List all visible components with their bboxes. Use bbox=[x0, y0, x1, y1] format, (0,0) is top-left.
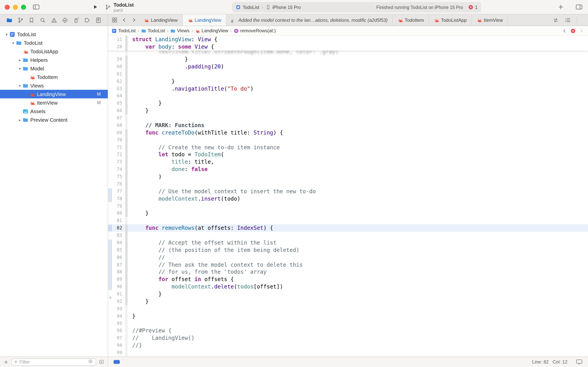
line-number[interactable]: 97 bbox=[108, 334, 122, 342]
line-number[interactable]: 72 bbox=[108, 151, 122, 158]
line-number[interactable]: 65 bbox=[108, 100, 122, 107]
tests-tab[interactable] bbox=[59, 14, 71, 26]
line-number[interactable]: 94 bbox=[108, 312, 122, 320]
breakpoints-tab[interactable] bbox=[82, 14, 93, 26]
sidebar-item-todoitem[interactable]: TodoItem bbox=[0, 73, 108, 81]
code-text[interactable]: // (the position of the item being delet… bbox=[132, 246, 299, 254]
display-icon[interactable] bbox=[576, 359, 583, 365]
line-number[interactable]: 60 bbox=[108, 63, 122, 70]
minimize-window-button[interactable] bbox=[13, 5, 18, 10]
code-text[interactable]: modelContext.insert(todo) bbox=[132, 195, 240, 202]
breadcrumb-item-todolist[interactable]: TodoList bbox=[112, 28, 135, 33]
line-number[interactable]: 88 bbox=[108, 268, 122, 276]
code-text[interactable]: //#Preview { bbox=[132, 327, 171, 334]
code-text[interactable]: // MARK: Functions bbox=[132, 122, 204, 129]
add-file-button[interactable] bbox=[3, 359, 8, 365]
line-number[interactable]: 80 bbox=[108, 210, 122, 217]
line-number[interactable]: 84 bbox=[108, 239, 122, 246]
line-number[interactable]: 64 bbox=[108, 92, 122, 100]
code-text[interactable]: title: title, bbox=[132, 158, 214, 166]
sidebar-item-model[interactable]: ▾Model bbox=[0, 64, 108, 73]
line-number[interactable]: 62 bbox=[108, 78, 122, 85]
code-text[interactable]: ) bbox=[132, 173, 162, 180]
code-text[interactable]: // bbox=[132, 254, 165, 261]
disclosure-open-icon[interactable]: ▾ bbox=[10, 41, 16, 45]
line-number[interactable]: 76 bbox=[108, 180, 122, 188]
breadcrumb-item-views[interactable]: Views bbox=[170, 28, 190, 33]
disclosure-closed-icon[interactable]: ▸ bbox=[17, 58, 23, 62]
line-number[interactable]: 61 bbox=[108, 70, 122, 78]
line-number[interactable]: 98 bbox=[108, 342, 122, 349]
line-number[interactable]: 77 bbox=[108, 188, 122, 195]
code-text[interactable]: // LandingView() bbox=[132, 334, 194, 342]
related-back-icon[interactable] bbox=[562, 28, 567, 33]
code-text[interactable]: done: false bbox=[132, 166, 208, 173]
code-review-icon[interactable] bbox=[553, 17, 559, 23]
code-text[interactable]: // Then ask the model context to delete … bbox=[132, 261, 303, 268]
recent-files-icon[interactable] bbox=[88, 359, 94, 365]
line-number[interactable]: 78 bbox=[108, 195, 122, 202]
line-number[interactable]: 67 bbox=[108, 114, 122, 122]
sidebar-item-todolist[interactable]: ▾TodoList bbox=[0, 39, 108, 47]
new-tab-button[interactable] bbox=[558, 4, 564, 10]
code-text[interactable]: } bbox=[132, 312, 135, 320]
editor-options-icon[interactable] bbox=[565, 17, 571, 23]
sidebar-item-itemview[interactable]: ItemViewM bbox=[0, 98, 108, 107]
line-number[interactable]: 83 bbox=[108, 232, 122, 239]
go-back-button[interactable] bbox=[119, 14, 129, 26]
line-number[interactable]: 59 bbox=[108, 56, 122, 63]
code-text[interactable]: modelContext.delete(todos[offset]) bbox=[132, 283, 283, 290]
filter-field[interactable] bbox=[11, 358, 96, 366]
disclosure-open-icon[interactable]: ▾ bbox=[4, 32, 9, 36]
line-number[interactable]: 95 bbox=[108, 320, 122, 327]
line-number[interactable]: 99 bbox=[108, 349, 122, 357]
toggle-right-sidebar-button[interactable] bbox=[576, 4, 583, 10]
line-number[interactable]: 71 bbox=[108, 144, 122, 151]
issue-indicator-icon[interactable] bbox=[571, 28, 576, 33]
line-number[interactable]: 68 bbox=[108, 122, 122, 129]
close-window-button[interactable] bbox=[5, 5, 10, 10]
filter-input[interactable] bbox=[19, 359, 87, 365]
line-number[interactable]: 86 bbox=[108, 254, 122, 261]
editor-tab-todoitem-3[interactable]: TodoItem bbox=[393, 14, 429, 26]
code-text[interactable]: } bbox=[132, 298, 149, 305]
code-text[interactable]: } bbox=[132, 107, 149, 114]
line-number[interactable]: 87 bbox=[108, 261, 122, 268]
code-text[interactable]: // for us, from the 'todos' array bbox=[132, 268, 267, 276]
debug-tab[interactable] bbox=[71, 14, 82, 26]
source-control-tab[interactable] bbox=[15, 14, 26, 26]
code-text[interactable]: // Accept the offset within the list bbox=[132, 239, 277, 246]
line-number[interactable]: 74 bbox=[108, 166, 122, 173]
disclosure-open-icon[interactable]: ▾ bbox=[17, 83, 23, 88]
find-tab[interactable] bbox=[37, 14, 48, 26]
line-number[interactable]: 89 bbox=[108, 276, 122, 283]
line-number[interactable]: 63 bbox=[108, 85, 122, 92]
breadcrumb-item-todolist[interactable]: TodoList bbox=[141, 28, 165, 33]
error-badge-icon[interactable] bbox=[468, 5, 473, 10]
code-text[interactable]: } bbox=[132, 78, 175, 85]
line-number[interactable]: 73 bbox=[108, 158, 122, 166]
line-number[interactable]: 96 bbox=[108, 327, 122, 334]
sidebar-item-preview-content[interactable]: ▸Preview Content bbox=[0, 116, 108, 124]
project-navigator-tab[interactable] bbox=[4, 14, 15, 26]
code-text[interactable]: .navigationTitle("To do") bbox=[132, 85, 253, 92]
scheme-info[interactable]: TodoList part3 bbox=[105, 1, 134, 13]
line-number[interactable]: 85 bbox=[108, 246, 122, 254]
code-text[interactable]: // Use the model context to insert the n… bbox=[132, 188, 316, 195]
add-editor-icon[interactable] bbox=[577, 17, 583, 23]
code-area[interactable]: Text(item.title).strikethrough(item.done… bbox=[108, 36, 588, 357]
code-text[interactable]: } bbox=[132, 210, 149, 217]
disclosure-open-icon[interactable]: ▾ bbox=[17, 66, 23, 71]
line-number[interactable]: 82 bbox=[108, 224, 122, 232]
line-number[interactable]: 92 bbox=[108, 298, 122, 305]
line-number[interactable]: 69 bbox=[108, 129, 122, 136]
sidebar-item-helpers[interactable]: ▸Helpers bbox=[0, 56, 108, 64]
code-text[interactable]: func createToDo(withTitle title: String)… bbox=[132, 129, 283, 136]
breadcrumb-item-removerows-at[interactable]: MremoveRows(at:) bbox=[234, 28, 276, 33]
line-number[interactable]: 93 bbox=[108, 305, 122, 313]
line-number[interactable]: 66 bbox=[108, 107, 122, 114]
line-number[interactable]: 79 bbox=[108, 202, 122, 210]
line-number[interactable]: 70 bbox=[108, 136, 122, 144]
editor-mode-icon[interactable] bbox=[114, 360, 120, 364]
related-forward-icon[interactable] bbox=[579, 28, 584, 33]
